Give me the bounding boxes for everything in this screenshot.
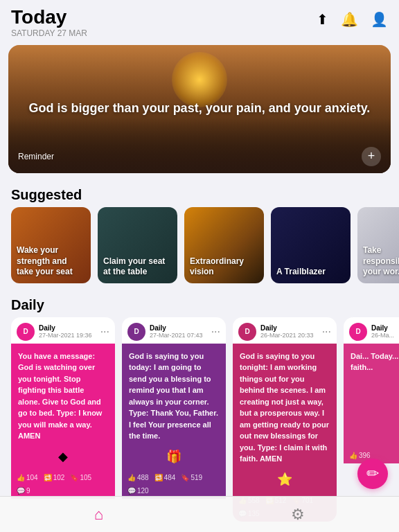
daily-card-1-more[interactable]: ··· xyxy=(100,326,109,338)
suggested-list: Wake your strength and take your seat Cl… xyxy=(0,207,399,292)
daily-card-2-comments: 💬 120 xyxy=(127,487,149,495)
daily-card-2-name: Daily xyxy=(150,324,207,332)
home-icon: ⌂ xyxy=(94,506,103,524)
daily-card-1[interactable]: D Daily 27-Mar-2021 19:36 ··· You have a… xyxy=(11,317,115,522)
daily-card-2-more[interactable]: ··· xyxy=(211,326,220,338)
daily-card-3-name: Daily xyxy=(260,324,318,332)
nav-home[interactable]: ⌂ xyxy=(94,506,103,524)
daily-card-2-meta: Daily 27-Mar-2021 07:43 xyxy=(150,324,207,339)
daily-card-1-meta: Daily 27-Mar-2021 19:36 xyxy=(39,324,96,339)
daily-card-2-body: God is saying to you today: I am going t… xyxy=(122,344,226,470)
daily-card-1-text: You have a message: God is watching over… xyxy=(18,351,108,442)
daily-card-3-avatar: D xyxy=(238,323,256,341)
hero-add-button[interactable]: + xyxy=(362,147,381,166)
daily-card-2-date: 27-Mar-2021 07:43 xyxy=(150,332,207,339)
share-icon[interactable]: ⬆ xyxy=(317,11,328,28)
suggested-card-2-label: Claim your seat at the table xyxy=(103,256,172,278)
suggested-card-4-label: A Trailblazer xyxy=(276,267,345,278)
volume-icon[interactable]: 🔔 xyxy=(341,11,358,28)
daily-card-1-header: D Daily 27-Mar-2021 19:36 ··· xyxy=(11,317,115,344)
daily-card-3-meta: Daily 26-Mar-2021 20:33 xyxy=(260,324,318,339)
profile-icon[interactable]: 👤 xyxy=(371,11,388,28)
suggested-card-5-label: Take responsibility for your wor... xyxy=(363,245,399,278)
daily-card-1-footer: 👍 104 🔁 102 🔖 105 💬 9 xyxy=(11,470,115,499)
header-actions: ⬆ 🔔 👤 xyxy=(317,7,388,28)
daily-card-1-reposts: 🔁 102 xyxy=(44,474,65,481)
daily-card-4-avatar: D xyxy=(349,323,367,341)
daily-card-4-date: 26-Ma... xyxy=(371,332,399,339)
daily-card-1-likes: 👍 104 xyxy=(17,474,38,481)
daily-card-2-icon: 🎁 xyxy=(129,449,219,464)
compose-button[interactable]: ✏ xyxy=(357,459,388,489)
daily-card-1-icon: ◆ xyxy=(18,449,108,464)
daily-card-4-body: Dai... Today... You... faith... xyxy=(344,344,399,447)
daily-card-4-header: D Daily 26-Ma... ··· xyxy=(344,317,399,344)
suggested-card-1-label: Wake your strength and take your seat xyxy=(17,245,85,278)
daily-card-4-likes: 👍 396 xyxy=(349,452,371,459)
daily-card-2-header: D Daily 27-Mar-2021 07:43 ··· xyxy=(122,317,226,344)
daily-card-3[interactable]: D Daily 26-Mar-2021 20:33 ··· God is say… xyxy=(233,317,337,522)
suggested-card-4[interactable]: A Trailblazer xyxy=(271,207,351,283)
settings-icon: ⚙ xyxy=(291,506,305,524)
daily-card-3-more[interactable]: ··· xyxy=(322,326,331,338)
suggested-card-3-label: Extraordinary vision xyxy=(190,256,258,278)
header-title-block: Today SATURDAY 27 MAR xyxy=(11,7,87,38)
daily-card-2[interactable]: D Daily 27-Mar-2021 07:43 ··· God is say… xyxy=(122,317,226,522)
daily-card-3-header: D Daily 26-Mar-2021 20:33 ··· xyxy=(233,317,337,344)
daily-card-1-date: 27-Mar-2021 19:36 xyxy=(39,332,96,339)
suggested-card-5[interactable]: Take responsibility for your wor... xyxy=(357,207,399,283)
suggested-card-2[interactable]: Claim your seat at the table xyxy=(98,207,177,283)
hero-sun xyxy=(172,52,227,107)
daily-card-1-name: Daily xyxy=(39,324,96,332)
page-subtitle: SATURDAY 27 MAR xyxy=(11,28,87,38)
daily-card-3-text: God is saying to you tonight: I am worki… xyxy=(240,351,330,465)
header: Today SATURDAY 27 MAR ⬆ 🔔 👤 xyxy=(0,0,399,42)
daily-card-4-name: Daily xyxy=(371,324,399,332)
daily-card-2-reposts: 🔁 484 xyxy=(154,474,176,481)
daily-section-header: Daily xyxy=(0,292,399,317)
page-title: Today xyxy=(11,7,87,28)
daily-card-3-body: God is saying to you tonight: I am worki… xyxy=(233,344,337,493)
suggested-card-3[interactable]: Extraordinary vision xyxy=(184,207,264,283)
bottom-nav: ⌂ ⚙ xyxy=(0,496,399,532)
daily-card-2-footer: 👍 488 🔁 484 🔖 519 💬 120 xyxy=(122,470,226,499)
suggested-card-1[interactable]: Wake your strength and take your seat xyxy=(11,207,91,283)
daily-card-2-likes: 👍 488 xyxy=(127,474,149,481)
daily-card-1-comments: 💬 9 xyxy=(17,487,30,495)
daily-card-2-avatar: D xyxy=(127,323,145,341)
daily-card-3-icon: ⭐ xyxy=(240,472,330,487)
daily-card-1-body: You have a message: God is watching over… xyxy=(11,344,115,470)
daily-card-3-date: 26-Mar-2021 20:33 xyxy=(260,332,318,339)
hero-text: God is bigger than your past, your pain,… xyxy=(28,100,372,118)
nav-settings[interactable]: ⚙ xyxy=(291,506,305,524)
daily-card-4[interactable]: D Daily 26-Ma... ··· Dai... Today... You… xyxy=(344,317,399,522)
daily-card-2-saves: 🔖 519 xyxy=(181,474,202,481)
hero-reminder-label: Reminder xyxy=(18,152,54,161)
daily-card-2-text: God is saying to you today: I am going t… xyxy=(129,351,219,442)
hero-footer: Reminder + xyxy=(18,147,381,166)
hero-banner[interactable]: God is bigger than your past, your pain,… xyxy=(8,45,391,173)
suggested-section-header: Suggested xyxy=(0,181,399,207)
daily-card-4-meta: Daily 26-Ma... xyxy=(371,324,399,339)
daily-card-4-text: Dai... Today... You... faith... xyxy=(351,351,399,373)
daily-card-1-saves: 🔖 105 xyxy=(70,474,91,481)
daily-card-1-avatar: D xyxy=(17,323,35,341)
